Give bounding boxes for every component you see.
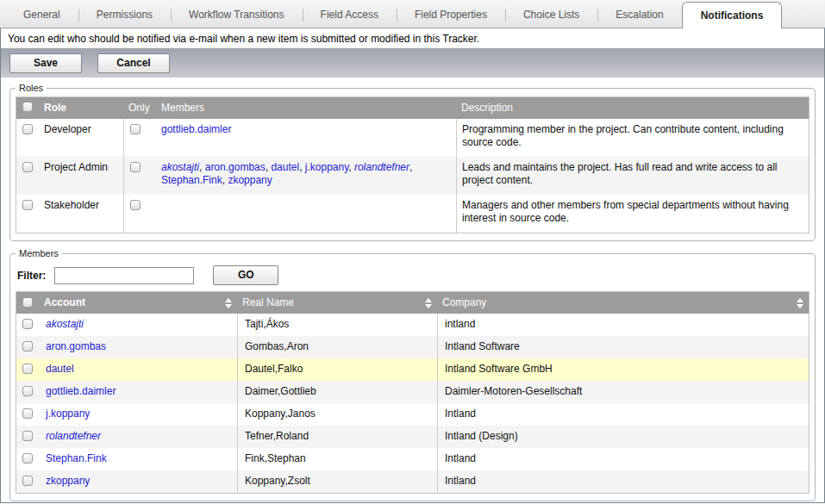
member-company: Intland	[437, 448, 809, 470]
tab-notifications[interactable]: Notifications	[682, 2, 783, 28]
member-real-name: Tefner,Roland	[237, 426, 437, 448]
member-real-name: Dautel,Falko	[237, 358, 437, 381]
member-checkbox[interactable]	[22, 431, 33, 441]
sort-icon-account[interactable]	[225, 298, 232, 308]
member-row: zkoppany Koppany,Zsolt Intland	[16, 470, 809, 493]
filter-input[interactable]	[54, 267, 194, 284]
role-developer-only-checkbox[interactable]	[130, 124, 141, 134]
sort-icon-company[interactable]	[797, 298, 803, 308]
member-link[interactable]: gottlieb.daimler	[161, 123, 231, 135]
member-real-name: Gombas,Aron	[237, 336, 437, 358]
roles-header-members: Members	[156, 97, 456, 119]
roles-legend: Roles	[16, 83, 47, 93]
tab-choice-lists[interactable]: Choice Lists	[505, 3, 597, 28]
members-table: Account Real Name Company akostajti Tajt…	[16, 291, 809, 494]
member-checkbox[interactable]	[22, 364, 33, 374]
role-description: Leads and maintains the project. Has ful…	[456, 157, 809, 195]
members-header-row: Account Real Name Company	[16, 292, 809, 314]
notifications-panel: You can edit who should be notified via …	[0, 28, 825, 503]
tab-workflow-transitions[interactable]: Workflow Transitions	[171, 3, 302, 28]
roles-table-body: Developer gottlieb.daimler Programming m…	[16, 119, 809, 233]
action-toolbar: Save Cancel	[1, 48, 824, 78]
member-link[interactable]: dautel	[271, 161, 299, 173]
member-checkbox[interactable]	[22, 453, 33, 464]
member-link[interactable]: j.koppany	[305, 161, 348, 173]
roles-header-row: Role Only Members Description	[16, 97, 809, 119]
role-row-stakeholder: Stakeholder Managers and other members f…	[16, 195, 809, 233]
tab-escalation[interactable]: Escalation	[597, 3, 681, 28]
member-link[interactable]: akostajti	[161, 161, 199, 173]
roles-header-only: Only	[123, 97, 156, 119]
member-company: Intland Software	[437, 336, 809, 358]
members-select-all-checkbox[interactable]	[22, 297, 33, 308]
member-row: aron.gombas Gombas,Aron Intland Software	[16, 336, 809, 358]
member-row: akostajti Tajti,Ákos intland	[16, 314, 809, 336]
member-checkbox[interactable]	[22, 476, 33, 486]
filter-row: Filter: GO	[16, 265, 809, 285]
member-checkbox[interactable]	[22, 319, 33, 329]
member-row: Stephan.Fink Fink,Stephan Intland	[16, 448, 809, 470]
member-company: Daimler-Motoren-Gesellschaft	[437, 381, 809, 403]
roles-header-role: Role	[39, 97, 123, 119]
member-row-highlighted: dautel Dautel,Falko Intland Software Gmb…	[16, 358, 809, 381]
members-header-account: Account	[44, 296, 220, 309]
members-fieldset: Members Filter: GO Account Real Name Com…	[9, 248, 816, 501]
member-link[interactable]: rolandtefner	[354, 161, 409, 173]
member-account-link[interactable]: akostajti	[46, 318, 84, 330]
member-row: rolandtefner Tefner,Roland Intland (Desi…	[16, 426, 809, 448]
go-button[interactable]: GO	[213, 265, 278, 285]
member-account-link[interactable]: rolandtefner	[46, 430, 101, 442]
save-button[interactable]: Save	[9, 53, 82, 73]
role-stakeholder-only-checkbox[interactable]	[130, 200, 141, 210]
roles-header-description: Description	[456, 97, 809, 119]
member-row: j.koppany Koppany,Janos Intland	[16, 403, 809, 426]
roles-fieldset: Roles Role Only Members Description Deve…	[9, 83, 816, 241]
roles-select-all-checkbox[interactable]	[22, 102, 33, 112]
member-link[interactable]: aron.gombas	[205, 161, 266, 173]
filter-label: Filter:	[17, 270, 46, 282]
member-account-link[interactable]: j.koppany	[46, 408, 90, 420]
member-link[interactable]: zkoppany	[228, 174, 272, 186]
role-members-cell	[156, 195, 456, 233]
member-account-link[interactable]: zkoppany	[46, 475, 90, 487]
member-real-name: Tajti,Ákos	[237, 314, 437, 336]
member-company: intland	[437, 314, 809, 336]
member-checkbox[interactable]	[22, 386, 33, 396]
members-table-body: akostajti Tajti,Ákos intland aron.gombas…	[16, 314, 809, 493]
role-description: Programming member in the project. Can c…	[456, 119, 809, 157]
tab-permissions[interactable]: Permissions	[78, 3, 171, 28]
sort-icon-real-name[interactable]	[425, 298, 432, 308]
member-real-name: Fink,Stephan	[237, 448, 437, 470]
member-company: Intland	[437, 403, 809, 426]
members-legend: Members	[16, 248, 62, 258]
member-account-link[interactable]: aron.gombas	[46, 340, 106, 352]
role-name: Developer	[39, 119, 123, 157]
cancel-button[interactable]: Cancel	[97, 53, 170, 73]
member-row: gottlieb.daimler Daimer,Gottlieb Daimler…	[16, 381, 809, 403]
tab-field-properties[interactable]: Field Properties	[397, 3, 505, 28]
role-project-admin-only-checkbox[interactable]	[130, 162, 141, 172]
role-name: Project Admin	[39, 157, 123, 195]
role-project-admin-checkbox[interactable]	[22, 162, 33, 172]
member-checkbox[interactable]	[22, 408, 33, 419]
role-developer-checkbox[interactable]	[22, 124, 33, 134]
intro-text: You can edit who should be notified via …	[1, 28, 824, 48]
member-company: Intland (Design)	[437, 426, 809, 448]
member-checkbox[interactable]	[22, 341, 33, 352]
members-header-company: Company	[442, 296, 791, 309]
member-account-link[interactable]: dautel	[46, 363, 74, 375]
roles-table: Role Only Members Description Developer …	[16, 96, 809, 233]
tab-general[interactable]: General	[5, 3, 78, 28]
member-real-name: Daimer,Gottlieb	[237, 381, 437, 403]
member-real-name: Koppany,Zsolt	[237, 470, 437, 493]
member-real-name: Koppany,Janos	[237, 403, 437, 426]
tab-field-access[interactable]: Field Access	[303, 3, 397, 28]
role-row-developer: Developer gottlieb.daimler Programming m…	[16, 119, 809, 157]
member-link[interactable]: Stephan.Fink	[161, 174, 222, 186]
member-account-link[interactable]: gottlieb.daimler	[46, 385, 116, 397]
role-stakeholder-checkbox[interactable]	[22, 200, 33, 210]
role-row-project-admin: Project Admin akostajti, aron.gombas, da…	[16, 157, 809, 195]
member-company: Intland Software GmbH	[437, 358, 809, 381]
role-members-cell: gottlieb.daimler	[156, 119, 456, 157]
member-account-link[interactable]: Stephan.Fink	[46, 452, 107, 464]
